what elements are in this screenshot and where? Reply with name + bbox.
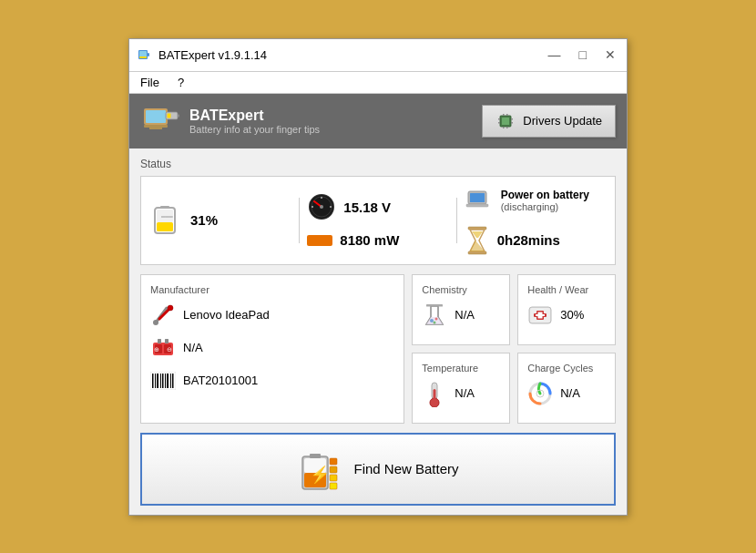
charge-cycles-panel: Charge Cycles [517,353,616,424]
svg-rect-20 [506,127,508,128]
svg-rect-22 [160,206,169,209]
bottom-row: Temperature N/A [412,353,616,424]
power-value: 8180 mW [340,232,399,248]
menu-file[interactable]: File [137,74,163,91]
app-icon [137,46,153,63]
first-aid-icon [527,302,553,328]
header-app-icon [140,101,180,141]
hourglass-icon [465,226,490,255]
barcode-icon [150,368,176,394]
svg-rect-36 [466,204,488,207]
right-panels: Chemistry [412,274,616,424]
charge-cycles-value: N/A [560,386,580,400]
temperature-row: N/A [422,381,500,406]
title-bar-left: BATExpert v1.9.1.14 [137,46,267,63]
manufacturer-model-value: N/A [183,341,203,354]
svg-rect-16 [511,122,513,124]
bottom-grid: Manufacturer Lenovo IdeaPad [140,274,616,424]
svg-point-62 [435,317,438,320]
svg-rect-10 [168,113,171,118]
svg-rect-3 [139,56,147,58]
svg-rect-15 [511,118,513,120]
app-subtitle: Battery info at your finger tips [189,124,320,135]
app-name: BATExpert [189,108,320,124]
svg-rect-55 [162,374,164,388]
svg-rect-57 [167,374,169,388]
main-content: Status ═══ 31% [129,148,627,515]
svg-rect-83 [330,483,337,489]
svg-rect-59 [172,374,174,388]
menu-bar: File ? [129,72,627,94]
temperature-value: N/A [455,386,475,400]
status-panel: ═══ 31% [140,176,616,265]
power-source-item: Power on battery (discharging) [465,186,606,215]
battery-icon: ═══ [150,204,183,237]
header-text: BATExpert Battery info at your finger ti… [189,108,320,135]
beaker-icon [422,302,447,328]
svg-rect-51 [152,374,154,388]
chemistry-panel: Chemistry [412,274,510,345]
tools-icon [150,302,176,328]
divider1 [299,198,300,243]
menu-help[interactable]: ? [174,74,188,91]
status-section-title: Status [140,158,616,170]
health-wear-row: 30% [527,302,606,328]
manufacturer-panel: Manufacturer Lenovo IdeaPad [140,274,404,424]
svg-rect-23 [157,222,173,231]
svg-point-41 [153,320,158,325]
find-battery-label: Find New Battery [353,461,458,476]
maximize-button[interactable]: □ [576,46,590,63]
svg-rect-47 [165,339,169,343]
main-window: BATExpert v1.9.1.14 — □ ✕ File ? [128,38,628,516]
svg-rect-54 [160,374,161,388]
svg-rect-9 [178,114,179,117]
thermometer-icon [422,381,447,406]
find-new-battery-button[interactable]: ⚡ Find New Battery [140,433,616,506]
manufacturer-name-value: Lenovo IdeaPad [183,308,270,322]
power-bar-icon [307,235,332,246]
title-controls: — □ ✕ [545,46,619,63]
svg-text:═══: ═══ [160,214,174,220]
chemistry-row: N/A [422,302,500,328]
power-source-icon [465,186,494,215]
temperature-panel: Temperature N/A [412,353,510,424]
time-item: 0h28mins [465,226,606,255]
close-button[interactable]: ✕ [601,46,619,63]
svg-text:⊕: ⊕ [154,346,159,353]
svg-rect-53 [157,374,158,388]
svg-rect-5 [146,110,166,123]
power-source-sub: (discharging) [501,201,589,212]
chemistry-value: N/A [455,308,475,322]
svg-rect-52 [155,374,156,388]
svg-text:⚡: ⚡ [310,465,331,485]
power-source-label: Power on battery [501,189,589,201]
temperature-title: Temperature [422,363,500,374]
time-remaining-value: 0h28mins [497,232,560,248]
chemistry-title: Chemistry [422,284,500,295]
svg-rect-13 [498,118,500,120]
svg-rect-1 [148,53,149,56]
health-wear-panel: Health / Wear [517,274,616,345]
svg-rect-6 [144,125,168,128]
health-wear-value: 30% [560,308,584,322]
svg-rect-19 [503,127,505,128]
manufacturer-model-row: ⊕ ⊖ N/A [150,335,394,361]
svg-rect-82 [330,475,337,481]
svg-rect-46 [158,339,161,343]
svg-rect-80 [330,458,337,465]
voltage-item: 15.18 V [307,192,448,221]
battery-percent-value: 31% [190,212,218,228]
charge-cycles-row: N/A [527,381,606,406]
manufacturer-serial-row: BAT20101001 [150,368,394,394]
svg-rect-58 [170,374,171,388]
svg-rect-18 [506,114,508,116]
voltage-value: 15.18 V [343,200,391,215]
svg-rect-17 [503,114,505,116]
svg-rect-69 [536,314,545,316]
minimize-button[interactable]: — [545,46,565,63]
svg-rect-14 [498,122,500,124]
svg-point-42 [168,305,173,311]
drivers-update-button[interactable]: Drivers Update [482,105,616,138]
window-title: BATExpert v1.9.1.14 [158,48,267,62]
svg-rect-76 [310,454,321,458]
